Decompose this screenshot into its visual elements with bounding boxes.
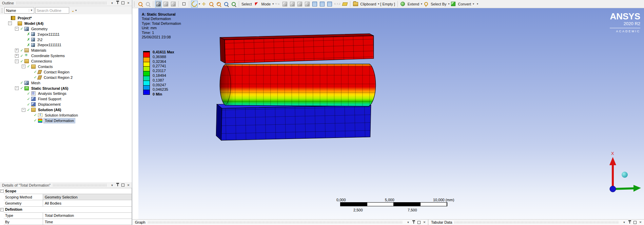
panel-menu-icon[interactable]: ▾: [622, 220, 626, 225]
body-filter-button[interactable]: [304, 1, 311, 7]
tree-item[interactable]: ✓ Analysis Settings: [0, 91, 132, 96]
tree-item-label[interactable]: Coordinate Systems: [30, 53, 66, 58]
pan-button[interactable]: ✣: [200, 1, 207, 7]
rotate-button[interactable]: [191, 1, 198, 7]
details-group-expander[interactable]: −: [0, 188, 4, 194]
details-row[interactable]: Scoping Method Geometry Selection: [0, 194, 132, 200]
convert-dropdown[interactable]: Convert: [458, 2, 471, 6]
toolbar-grip[interactable]: [1, 8, 3, 13]
tree-expander-icon[interactable]: −: [22, 65, 25, 68]
rotate-options-caret-icon[interactable]: ▾: [199, 2, 200, 5]
tree-item-label[interactable]: Solution Information: [44, 113, 79, 118]
tree-item[interactable]: − ✓ Contacts: [0, 64, 132, 69]
vertex-filter-button[interactable]: [281, 1, 288, 7]
label-tag-button[interactable]: [341, 1, 348, 7]
tree-item-label[interactable]: Materials: [30, 48, 47, 53]
tree-item-label[interactable]: Contact Region 2: [43, 75, 74, 80]
select-adjacent-button[interactable]: ⇱⇲: [274, 1, 281, 7]
top-block[interactable]: [220, 34, 373, 63]
tree-item-label[interactable]: Total Deformation: [44, 118, 75, 123]
tree-expander-icon[interactable]: +: [15, 49, 19, 52]
toolbar-grip[interactable]: [134, 1, 135, 7]
panel-grip[interactable]: [53, 184, 107, 187]
tree-item-label[interactable]: Mesh: [30, 81, 41, 85]
mode-dropdown[interactable]: Mode: [261, 2, 271, 6]
tree-expander-icon[interactable]: −: [22, 108, 25, 112]
maximize-icon[interactable]: [121, 183, 125, 187]
tree-item-label[interactable]: Contact Region: [43, 70, 71, 74]
close-icon[interactable]: ✕: [638, 220, 643, 225]
tree-item-label[interactable]: Solution (A6): [37, 107, 62, 112]
close-icon[interactable]: ✕: [126, 183, 131, 187]
zoom-previous-button[interactable]: [137, 1, 144, 7]
pin-icon[interactable]: [115, 1, 120, 5]
tree-item-label[interactable]: Displacement: [37, 102, 62, 107]
orientation-triad[interactable]: X: [604, 149, 643, 196]
details-group-expander[interactable]: −: [0, 207, 4, 213]
maximize-icon[interactable]: [417, 220, 421, 225]
tree-item-label[interactable]: Fixed Support: [37, 97, 62, 101]
element-face-select-button[interactable]: [326, 1, 333, 7]
tree-item[interactable]: − ✓ Solution (A6): [0, 107, 132, 112]
tree-expander-icon[interactable]: −: [8, 21, 12, 25]
tree-item[interactable]: − Model (A4): [0, 21, 132, 26]
maximize-icon[interactable]: [633, 220, 637, 225]
tree-expander-icon[interactable]: +: [15, 54, 19, 58]
tree-item-label[interactable]: 2\2: [36, 37, 43, 42]
select-by-button[interactable]: [423, 1, 429, 7]
pin-icon[interactable]: [627, 220, 632, 225]
tree-item[interactable]: ✓ Contact Region: [0, 69, 132, 75]
tree-item[interactable]: − ✓ Geometry: [0, 26, 132, 32]
tree-item[interactable]: − ✓ Static Structural (A5): [0, 86, 132, 91]
edge-filter-button[interactable]: [289, 1, 296, 7]
tree-item[interactable]: ✓ Contact Region 2: [0, 75, 132, 80]
close-icon[interactable]: ✕: [422, 220, 427, 225]
maximize-icon[interactable]: [121, 1, 125, 5]
wireframe-button[interactable]: [162, 1, 169, 7]
panel-grip[interactable]: [148, 221, 403, 224]
tree-item-label[interactable]: 3\epox1111111: [36, 42, 62, 47]
tree-item-label[interactable]: Contacts: [37, 64, 54, 69]
select-by-dropdown[interactable]: Select By: [431, 2, 446, 6]
tree-item-label[interactable]: Geometry: [30, 27, 48, 31]
toolbar-overflow-icon[interactable]: ▾: [477, 2, 478, 5]
panel-grip[interactable]: [16, 2, 107, 4]
tree-item-label[interactable]: Model (A4): [23, 21, 44, 26]
model-3d-view[interactable]: [214, 32, 377, 145]
element-select-button[interactable]: [319, 1, 326, 7]
tree-item[interactable]: − ✓ Connections: [0, 58, 132, 64]
pin-icon[interactable]: [411, 220, 416, 225]
show-mesh-button[interactable]: [170, 1, 177, 7]
tree-expander-icon[interactable]: −: [15, 86, 19, 90]
zoom-fit-button[interactable]: [223, 1, 230, 7]
search-options-caret-icon[interactable]: ▾: [75, 9, 77, 12]
details-row-value[interactable]: All Bodies: [43, 200, 132, 206]
cylinder-body[interactable]: [218, 63, 377, 107]
tree-item-label[interactable]: Analysis Settings: [37, 91, 67, 96]
details-group-row[interactable]: − Definition: [0, 207, 132, 213]
panel-menu-icon[interactable]: ▾: [406, 220, 410, 225]
face-filter-button[interactable]: [296, 1, 303, 7]
pin-icon[interactable]: [115, 183, 120, 187]
search-input[interactable]: [35, 7, 69, 14]
shaded-exterior-button[interactable]: [155, 1, 162, 7]
extend-button[interactable]: [399, 1, 406, 7]
zoom-in-button[interactable]: +: [215, 1, 222, 7]
details-row-value[interactable]: Total Deformation: [43, 213, 132, 219]
details-group-row[interactable]: − Scope: [0, 188, 132, 194]
tree-item-label[interactable]: Project*: [17, 16, 33, 20]
clipboard-button[interactable]: [352, 1, 359, 7]
close-icon[interactable]: ✕: [126, 1, 131, 5]
zoom-next-button[interactable]: [144, 1, 151, 7]
tree-item[interactable]: ✓ Fixed Support: [0, 96, 132, 102]
details-row-value[interactable]: Time: [43, 219, 132, 225]
details-row[interactable]: Type Total Deformation: [0, 213, 132, 219]
tree-expander-icon[interactable]: −: [15, 59, 19, 63]
tree-item[interactable]: ✗ 1\epox111111: [0, 32, 132, 37]
tree-item[interactable]: + ✓ Coordinate Systems: [0, 53, 132, 58]
zoom-button[interactable]: [208, 1, 215, 7]
tree-item-label[interactable]: Static Structural (A5): [30, 86, 69, 91]
tree-item-label[interactable]: 1\epox111111: [36, 32, 61, 37]
tree-expander-icon[interactable]: −: [15, 27, 19, 31]
details-row[interactable]: By Time: [0, 219, 132, 225]
